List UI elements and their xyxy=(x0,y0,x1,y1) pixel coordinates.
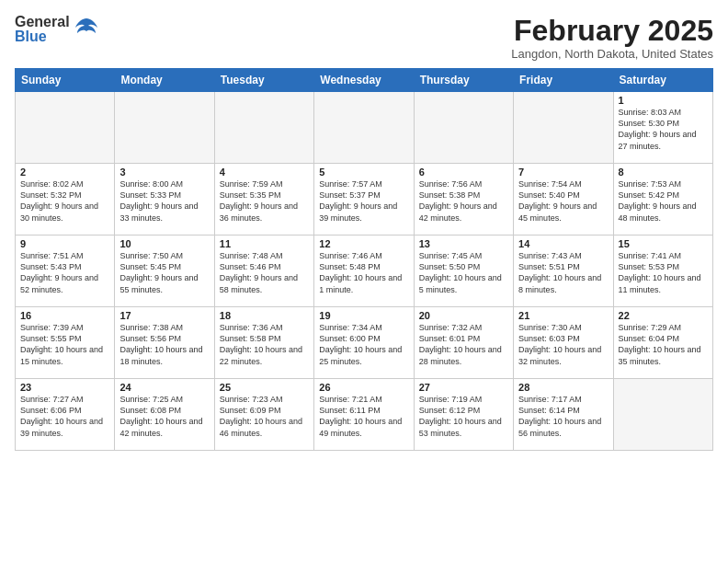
day-info: Sunrise: 8:02 AM Sunset: 5:32 PM Dayligh… xyxy=(20,178,109,224)
table-row: 13Sunrise: 7:45 AM Sunset: 5:50 PM Dayli… xyxy=(414,236,513,307)
calendar-week-row: 9Sunrise: 7:51 AM Sunset: 5:43 PM Daylig… xyxy=(16,236,713,307)
day-info: Sunrise: 7:23 AM Sunset: 6:09 PM Dayligh… xyxy=(220,394,309,439)
table-row: 19Sunrise: 7:34 AM Sunset: 6:00 PM Dayli… xyxy=(314,307,414,379)
table-row xyxy=(16,92,115,164)
calendar-week-row: 2Sunrise: 8:02 AM Sunset: 5:32 PM Daylig… xyxy=(16,164,713,236)
day-number: 17 xyxy=(119,310,209,321)
table-row xyxy=(414,92,513,164)
table-row: 27Sunrise: 7:19 AM Sunset: 6:12 PM Dayli… xyxy=(414,379,513,451)
day-number: 5 xyxy=(319,167,408,178)
day-info: Sunrise: 7:50 AM Sunset: 5:45 PM Dayligh… xyxy=(119,250,209,295)
table-row: 18Sunrise: 7:36 AM Sunset: 5:58 PM Dayli… xyxy=(214,307,313,379)
day-info: Sunrise: 7:21 AM Sunset: 6:11 PM Dayligh… xyxy=(319,394,408,439)
table-row xyxy=(214,92,313,164)
logo: General Blue xyxy=(15,15,99,44)
table-row: 9Sunrise: 7:51 AM Sunset: 5:43 PM Daylig… xyxy=(16,236,115,307)
calendar-week-row: 16Sunrise: 7:39 AM Sunset: 5:55 PM Dayli… xyxy=(16,307,713,379)
day-number: 3 xyxy=(119,167,209,178)
page: General Blue February 2025 Langdon, Nort… xyxy=(0,0,728,563)
day-number: 25 xyxy=(220,382,309,393)
day-number: 15 xyxy=(619,238,708,249)
day-number: 26 xyxy=(319,382,408,393)
day-number: 24 xyxy=(119,382,209,393)
table-row: 25Sunrise: 7:23 AM Sunset: 6:09 PM Dayli… xyxy=(214,379,313,451)
day-info: Sunrise: 8:03 AM Sunset: 5:30 PM Dayligh… xyxy=(619,107,708,152)
day-number: 28 xyxy=(518,382,608,393)
day-number: 1 xyxy=(619,95,708,106)
day-info: Sunrise: 7:41 AM Sunset: 5:53 PM Dayligh… xyxy=(619,250,708,295)
table-row: 15Sunrise: 7:41 AM Sunset: 5:53 PM Dayli… xyxy=(613,236,712,307)
table-row: 7Sunrise: 7:54 AM Sunset: 5:40 PM Daylig… xyxy=(514,164,613,236)
day-info: Sunrise: 7:29 AM Sunset: 6:04 PM Dayligh… xyxy=(619,322,708,367)
day-number: 11 xyxy=(220,238,309,249)
col-sunday: Sunday xyxy=(16,69,115,92)
col-friday: Friday xyxy=(514,69,613,92)
table-row: 17Sunrise: 7:38 AM Sunset: 5:56 PM Dayli… xyxy=(115,307,214,379)
day-number: 12 xyxy=(319,238,408,249)
table-row: 26Sunrise: 7:21 AM Sunset: 6:11 PM Dayli… xyxy=(314,379,414,451)
calendar-header-row: Sunday Monday Tuesday Wednesday Thursday… xyxy=(16,69,713,92)
table-row: 22Sunrise: 7:29 AM Sunset: 6:04 PM Dayli… xyxy=(613,307,712,379)
day-info: Sunrise: 7:53 AM Sunset: 5:42 PM Dayligh… xyxy=(619,178,708,224)
day-info: Sunrise: 7:17 AM Sunset: 6:14 PM Dayligh… xyxy=(518,394,608,439)
table-row: 16Sunrise: 7:39 AM Sunset: 5:55 PM Dayli… xyxy=(16,307,115,379)
table-row xyxy=(613,379,712,451)
day-number: 2 xyxy=(20,167,109,178)
col-tuesday: Tuesday xyxy=(214,69,313,92)
day-number: 9 xyxy=(20,238,109,249)
logo-blue-text: Blue xyxy=(15,29,70,44)
table-row: 5Sunrise: 7:57 AM Sunset: 5:37 PM Daylig… xyxy=(314,164,414,236)
day-info: Sunrise: 7:32 AM Sunset: 6:01 PM Dayligh… xyxy=(419,322,508,367)
table-row: 10Sunrise: 7:50 AM Sunset: 5:45 PM Dayli… xyxy=(115,236,214,307)
table-row: 3Sunrise: 8:00 AM Sunset: 5:33 PM Daylig… xyxy=(115,164,214,236)
table-row: 23Sunrise: 7:27 AM Sunset: 6:06 PM Dayli… xyxy=(16,379,115,451)
day-info: Sunrise: 7:51 AM Sunset: 5:43 PM Dayligh… xyxy=(20,250,109,295)
table-row: 14Sunrise: 7:43 AM Sunset: 5:51 PM Dayli… xyxy=(514,236,613,307)
day-info: Sunrise: 7:30 AM Sunset: 6:03 PM Dayligh… xyxy=(518,322,608,367)
location-text: Langdon, North Dakota, United States xyxy=(511,47,713,61)
day-info: Sunrise: 7:56 AM Sunset: 5:38 PM Dayligh… xyxy=(419,178,508,224)
day-number: 20 xyxy=(419,310,508,321)
day-info: Sunrise: 7:27 AM Sunset: 6:06 PM Dayligh… xyxy=(20,394,109,439)
day-number: 16 xyxy=(20,310,109,321)
day-info: Sunrise: 7:57 AM Sunset: 5:37 PM Dayligh… xyxy=(319,178,408,224)
table-row: 2Sunrise: 8:02 AM Sunset: 5:32 PM Daylig… xyxy=(16,164,115,236)
logo-text: General Blue xyxy=(15,15,70,44)
day-number: 8 xyxy=(619,167,708,178)
month-title: February 2025 xyxy=(511,15,713,47)
table-row: 4Sunrise: 7:59 AM Sunset: 5:35 PM Daylig… xyxy=(214,164,313,236)
calendar-body: 1Sunrise: 8:03 AM Sunset: 5:30 PM Daylig… xyxy=(16,92,713,451)
table-row: 8Sunrise: 7:53 AM Sunset: 5:42 PM Daylig… xyxy=(613,164,712,236)
day-info: Sunrise: 7:38 AM Sunset: 5:56 PM Dayligh… xyxy=(119,322,209,367)
col-wednesday: Wednesday xyxy=(314,69,414,92)
day-number: 7 xyxy=(518,167,608,178)
day-info: Sunrise: 7:34 AM Sunset: 6:00 PM Dayligh… xyxy=(319,322,408,367)
logo-bird-icon xyxy=(74,15,99,44)
table-row: 21Sunrise: 7:30 AM Sunset: 6:03 PM Dayli… xyxy=(514,307,613,379)
table-row: 6Sunrise: 7:56 AM Sunset: 5:38 PM Daylig… xyxy=(414,164,513,236)
table-row: 28Sunrise: 7:17 AM Sunset: 6:14 PM Dayli… xyxy=(514,379,613,451)
day-info: Sunrise: 7:36 AM Sunset: 5:58 PM Dayligh… xyxy=(220,322,309,367)
day-number: 19 xyxy=(319,310,408,321)
day-info: Sunrise: 7:39 AM Sunset: 5:55 PM Dayligh… xyxy=(20,322,109,367)
day-number: 22 xyxy=(619,310,708,321)
header: General Blue February 2025 Langdon, Nort… xyxy=(15,15,713,61)
col-monday: Monday xyxy=(115,69,214,92)
day-info: Sunrise: 7:25 AM Sunset: 6:08 PM Dayligh… xyxy=(119,394,209,439)
day-number: 6 xyxy=(419,167,508,178)
day-info: Sunrise: 7:48 AM Sunset: 5:46 PM Dayligh… xyxy=(220,250,309,295)
title-section: February 2025 Langdon, North Dakota, Uni… xyxy=(511,15,713,61)
table-row: 12Sunrise: 7:46 AM Sunset: 5:48 PM Dayli… xyxy=(314,236,414,307)
table-row: 1Sunrise: 8:03 AM Sunset: 5:30 PM Daylig… xyxy=(613,92,712,164)
table-row: 11Sunrise: 7:48 AM Sunset: 5:46 PM Dayli… xyxy=(214,236,313,307)
table-row xyxy=(314,92,414,164)
table-row xyxy=(115,92,214,164)
col-thursday: Thursday xyxy=(414,69,513,92)
day-number: 18 xyxy=(220,310,309,321)
day-info: Sunrise: 7:43 AM Sunset: 5:51 PM Dayligh… xyxy=(518,250,608,295)
table-row xyxy=(514,92,613,164)
day-number: 27 xyxy=(419,382,508,393)
col-saturday: Saturday xyxy=(613,69,712,92)
day-info: Sunrise: 7:45 AM Sunset: 5:50 PM Dayligh… xyxy=(419,250,508,295)
calendar-table: Sunday Monday Tuesday Wednesday Thursday… xyxy=(15,68,713,451)
